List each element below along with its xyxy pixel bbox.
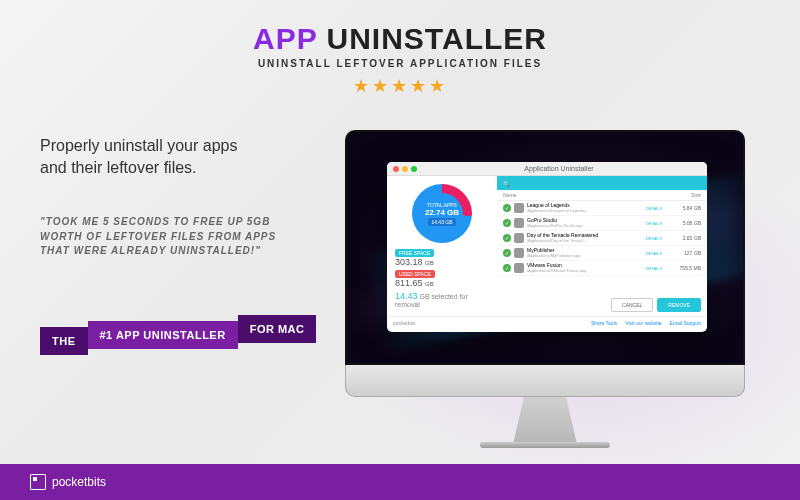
used-space-label: USED SPACE [395,270,435,278]
app-row[interactable]: ✓VMware Fusion/Applications/VMware Fusio… [497,261,707,276]
app-row[interactable]: ✓MyPublisher/Applications/MyPublisher.ap… [497,246,707,261]
cancel-button[interactable]: CANCEL [611,298,653,312]
app-icon [514,203,524,213]
details-link[interactable]: DETAILS [639,221,669,226]
hero-subtitle: UNINSTALL LEFTOVER APPLICATION FILES [0,58,800,69]
window-title: Application Uninstaller [417,165,701,172]
search-bar[interactable]: 🔍 [497,176,707,190]
details-link[interactable]: DETAILS [639,236,669,241]
star-rating: ★★★★★ [0,75,800,97]
free-space-label: FREE SPACE [395,249,434,257]
app-row[interactable]: ✓Day of the Tentacle Remastered/Applicat… [497,231,707,246]
pocketbits-logo: pocketbits [30,474,106,490]
app-row[interactable]: ✓League of Legends/Applications/League o… [497,201,707,216]
testimonial-quote: "TOOK ME 5 SECONDS TO FREE UP 5GB WORTH … [40,215,300,259]
search-icon: 🔍 [503,180,510,187]
share-link[interactable]: Share Tools [591,320,617,326]
remove-button[interactable]: REMOVE [657,298,701,312]
title-main: UNINSTALLER [327,22,547,55]
title-accent: APP [253,22,317,55]
ribbon-seg-main: #1 APP UNINSTALLER [88,321,238,349]
check-icon[interactable]: ✓ [503,219,511,227]
bottom-bar: pocketbits [0,464,800,500]
titlebar: Application Uninstaller [387,162,707,176]
app-row[interactable]: ✓GoPro Studio/Applications/GoPro Studio.… [497,216,707,231]
ribbon-seg-mac: FOR MAC [238,315,317,343]
traffic-lights[interactable] [393,166,417,172]
imac-mockup: Application Uninstaller TOTAL APPS 22.74… [345,130,745,448]
check-icon[interactable]: ✓ [503,264,511,272]
app-window: Application Uninstaller TOTAL APPS 22.74… [387,162,707,332]
app-list: ✓League of Legends/Applications/League o… [497,201,707,294]
pocketbits-icon [30,474,46,490]
details-link[interactable]: DETAILS [639,206,669,211]
check-icon[interactable]: ✓ [503,234,511,242]
check-icon[interactable]: ✓ [503,249,511,257]
app-icon [514,248,524,258]
details-link[interactable]: DETAILS [639,251,669,256]
footer-brand: pocketbits [393,320,416,326]
app-icon [514,263,524,273]
app-icon [514,218,524,228]
usage-donut-chart: TOTAL APPS 22.74 GB 14.43 GB [412,184,472,243]
tagline: Properly uninstall your apps and their l… [40,135,237,178]
hero-title: APP UNINSTALLER UNINSTALL LEFTOVER APPLI… [0,22,800,69]
ribbon-seg-the: THE [40,327,88,355]
app-icon [514,233,524,243]
check-icon[interactable]: ✓ [503,204,511,212]
website-link[interactable]: Visit our website [625,320,661,326]
details-link[interactable]: DETAILS [639,266,669,271]
ribbon-banner: THE #1 APP UNINSTALLER FOR MAC [40,320,316,350]
selected-summary: 14.43 GB selected for removal [395,291,489,308]
email-link[interactable]: Email Support [670,320,701,326]
